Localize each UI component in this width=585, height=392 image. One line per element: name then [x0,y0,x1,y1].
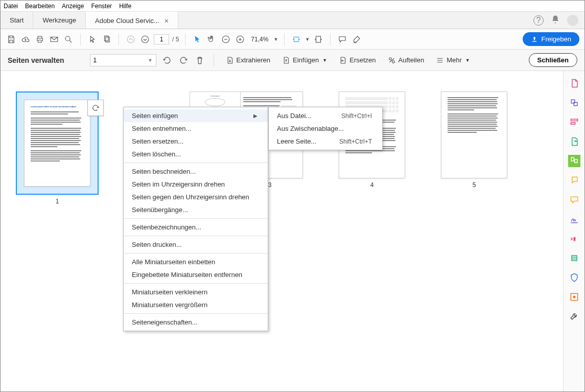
help-icon[interactable]: ? [533,15,544,26]
zoom-out-icon[interactable] [220,34,231,45]
sm-from-file[interactable]: Aus Datei...Shift+Ctrl+I [269,109,382,122]
wrench-icon[interactable] [568,310,580,322]
rotate-right-icon[interactable] [178,55,189,66]
rotate-left-icon[interactable] [161,55,173,66]
insert-button[interactable]: Einfügen▼ [278,56,330,65]
context-submenu: Aus Datei...Shift+Ctrl+I Aus Zwischenabl… [268,107,383,150]
tabs-row: Start Werkzeuge Adobe Cloud Servic... × … [1,12,584,29]
cm-rotate-ccw[interactable]: Seiten gegen den Uhrzeigersinn drehen [124,191,268,203]
thumbnail-grid: Lorem ipsum dolor sit amet consectetur a… [1,71,563,391]
cm-insert-pages[interactable]: Seiten einfügen▶ [124,109,268,122]
rotate-thumb-icon[interactable] [87,100,104,116]
cm-reduce-thumbs[interactable]: Miniaturseiten verkleinern [124,286,268,298]
cm-page-labels[interactable]: Seitenbezeichnungen... [124,221,268,234]
more-button[interactable]: Mehr▼ [432,56,473,65]
fit-width-icon[interactable] [291,34,302,45]
cm-replace-pages[interactable]: Seiten ersetzen... [124,135,268,148]
chevron-down-icon[interactable]: ▼ [273,37,278,42]
cm-page-properties[interactable]: Seiteneigenschaften... [124,316,268,329]
page-number-input[interactable] [154,34,169,44]
menu-edit[interactable]: Bearbeiten [25,3,55,10]
svg-point-0 [65,36,70,41]
print-icon[interactable] [34,34,45,45]
close-icon[interactable]: × [165,17,169,25]
page-down-icon[interactable] [139,34,151,45]
cm-delete-pages[interactable]: Seiten löschen... [124,148,268,160]
svg-point-4 [142,36,149,43]
create-pdf-icon[interactable] [568,77,580,89]
cm-transitions[interactable]: Seitenübergänge... [124,203,268,216]
cm-crop-pages[interactable]: Seiten beschneiden... [124,165,268,178]
menu-file[interactable]: Datei [4,3,18,10]
thumb-page-5[interactable]: 5 [441,91,507,205]
comment-icon[interactable] [337,34,348,45]
tab-start[interactable]: Start [1,12,33,29]
context-menu: Seiten einfügen▶ Seiten entnehmen... Sei… [123,107,268,331]
page-up-icon[interactable] [125,34,136,45]
tab-document[interactable]: Adobe Cloud Servic... × [86,12,178,29]
zoom-value[interactable]: 71,4% [249,36,270,43]
cm-enlarge-thumbs[interactable]: Miniaturseiten vergrößern [124,298,268,311]
export-pdf-icon[interactable] [568,135,580,148]
fill-sign-icon[interactable] [568,194,580,206]
edit-pdf-icon[interactable] [568,116,580,128]
svg-rect-7 [316,36,321,42]
thumb-page-1[interactable]: Lorem ipsum dolor sit amet consectetur a… [16,91,99,205]
extract-button[interactable]: Extrahieren [222,56,273,65]
search-icon[interactable] [63,34,74,45]
cm-print-pages[interactable]: Seiten drucken... [124,238,268,251]
comment-tool-icon[interactable] [568,174,580,187]
svg-point-3 [127,36,134,43]
share-button[interactable]: Freigeben [523,32,579,46]
menubar: Datei Bearbeiten Anzeige Fenster Hilfe [1,1,584,12]
sign-icon[interactable] [568,213,580,225]
page-thumbs-icon[interactable] [101,34,112,45]
delete-icon[interactable] [194,55,205,66]
zoom-in-icon[interactable] [235,34,246,45]
redact-icon[interactable]: x▮ [568,233,580,245]
svg-rect-2 [106,37,110,42]
thumb-label: 4 [370,181,374,189]
page-total-label: / 5 [172,36,179,43]
close-button[interactable]: Schließen [529,53,577,67]
organize-pages-icon[interactable] [568,155,580,167]
optimize-icon[interactable] [568,252,580,264]
tab-tools[interactable]: Werkzeuge [33,12,86,29]
cm-extract-pages[interactable]: Seiten entnehmen... [124,122,268,135]
thumb-label: 1 [56,198,59,205]
split-button[interactable]: Aufteilen [384,56,428,65]
svg-rect-10 [571,157,574,161]
svg-rect-8 [571,119,577,121]
avatar[interactable] [567,15,578,26]
page-select[interactable]: 1▼ [90,54,156,66]
hand-select-icon[interactable] [87,34,98,45]
svg-rect-11 [574,159,577,163]
combine-icon[interactable] [568,97,580,109]
menu-window[interactable]: Fenster [91,3,112,10]
svg-rect-9 [571,123,575,124]
secondary-toolbar: Seiten verwalten 1▼ Extrahieren Einfügen… [1,50,584,71]
mail-icon[interactable] [49,34,60,45]
svg-rect-1 [105,36,109,41]
pan-icon[interactable] [206,34,217,45]
chevron-down-icon[interactable]: ▼ [305,37,310,42]
menu-view[interactable]: Anzeige [62,3,84,10]
more-tools-icon[interactable] [568,291,580,303]
sm-blank-page[interactable]: Leere Seite...Shift+Ctrl+T [269,135,382,148]
cm-embed-thumbs[interactable]: Alle Miniaturseiten einbetten [124,256,268,268]
cloud-icon[interactable] [20,34,31,45]
cm-rotate-cw[interactable]: Seiten im Uhrzeigersinn drehen [124,178,268,191]
sm-from-clipboard[interactable]: Aus Zwischenablage... [269,122,382,135]
cm-remove-thumbs[interactable]: Eingebettete Miniaturseiten entfernen [124,268,268,281]
highlight-icon[interactable] [351,34,362,45]
pointer-icon[interactable] [192,34,203,45]
replace-button[interactable]: Ersetzen [335,56,379,65]
menu-help[interactable]: Hilfe [119,3,131,10]
thumb-label: 3 [268,181,272,189]
fit-page-icon[interactable] [313,34,324,45]
content-area: Lorem ipsum dolor sit amet consectetur a… [1,71,584,391]
svg-point-14 [573,296,575,298]
save-icon[interactable] [6,34,17,45]
protect-icon[interactable] [568,271,580,284]
bell-icon[interactable] [551,15,560,26]
